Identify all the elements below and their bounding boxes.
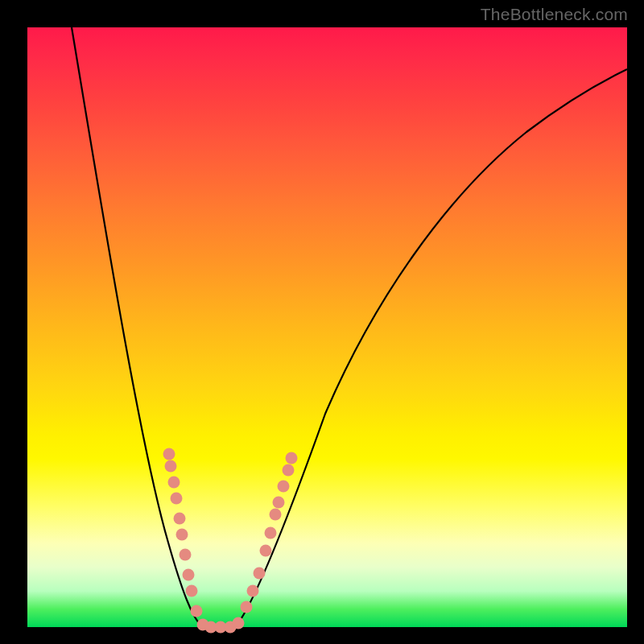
- data-marker: [278, 481, 290, 493]
- watermark-text: TheBottleneck.com: [481, 5, 628, 24]
- data-marker: [273, 497, 285, 509]
- data-marker: [241, 601, 253, 613]
- data-marker: [174, 513, 186, 525]
- data-marker: [286, 452, 298, 464]
- data-marker: [254, 568, 266, 580]
- bottleneck-curve-right: [235, 69, 627, 627]
- data-marker: [191, 605, 203, 617]
- data-marker: [186, 585, 198, 597]
- data-marker: [283, 464, 295, 477]
- data-marker: [247, 585, 259, 597]
- data-marker: [183, 569, 195, 581]
- chart-svg: [27, 27, 627, 627]
- data-marker: [163, 448, 175, 460]
- data-marker: [171, 493, 183, 505]
- data-marker: [260, 545, 272, 557]
- data-marker: [265, 527, 277, 539]
- data-marker: [168, 477, 180, 489]
- data-marker: [233, 617, 245, 630]
- data-marker: [180, 549, 192, 561]
- data-marker: [165, 460, 177, 473]
- plot-area: [27, 27, 627, 627]
- curve-group: [72, 27, 627, 627]
- data-marker: [270, 509, 282, 521]
- data-marker: [176, 529, 188, 541]
